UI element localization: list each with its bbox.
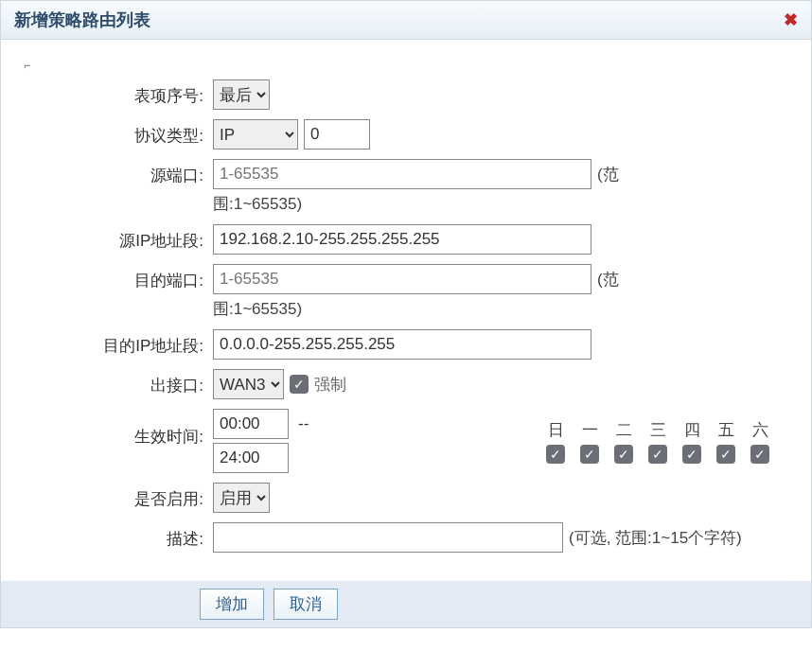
collapse-handle-icon[interactable]: ⌐: [24, 59, 788, 72]
day-check-fri[interactable]: ✓: [716, 445, 735, 464]
time-end-input[interactable]: [213, 443, 289, 473]
force-label: 强制: [314, 374, 346, 396]
day-check-sun[interactable]: ✓: [546, 445, 565, 464]
description-hint: (可选, 范围:1~15个字符): [569, 527, 742, 549]
label-out-interface: 出接口:: [24, 369, 213, 396]
day-label-mon: 一: [580, 419, 599, 441]
time-separator: --: [298, 409, 309, 433]
dialog-footer: 增加 取消: [1, 581, 811, 627]
day-check-mon[interactable]: ✓: [580, 445, 599, 464]
label-src-port: 源端口:: [24, 159, 213, 186]
protocol-number-input[interactable]: [304, 119, 370, 150]
day-check-sat[interactable]: ✓: [750, 445, 769, 464]
day-label-fri: 五: [716, 419, 735, 441]
label-enable: 是否启用:: [24, 483, 213, 510]
dst-ip-input[interactable]: [213, 329, 591, 360]
protocol-select[interactable]: IP: [213, 119, 298, 150]
day-label-sat: 六: [750, 419, 769, 441]
label-src-ip: 源IP地址段:: [24, 224, 213, 252]
dst-port-hint-open: (范: [597, 269, 619, 290]
label-protocol: 协议类型:: [24, 119, 213, 147]
dialog-header: 新增策略路由列表 ✖: [1, 1, 811, 40]
label-description: 描述:: [24, 522, 213, 550]
day-check-thu[interactable]: ✓: [682, 445, 701, 464]
label-index: 表项序号:: [24, 79, 213, 107]
dst-port-input[interactable]: [213, 264, 591, 294]
time-start-input[interactable]: [213, 409, 289, 439]
day-check-wed[interactable]: ✓: [648, 445, 667, 464]
src-port-hint: 围:1~65535): [213, 193, 302, 215]
src-port-hint-open: (范: [597, 164, 619, 185]
day-label-thu: 四: [682, 419, 701, 441]
label-dst-ip: 目的IP地址段:: [24, 329, 213, 357]
policy-route-dialog: 新增策略路由列表 ✖ ⌐ 表项序号: 最后 协议类型: IP 源端口:: [0, 0, 812, 628]
day-label-tue: 二: [614, 419, 633, 441]
src-port-input[interactable]: [213, 159, 591, 189]
dialog-body: ⌐ 表项序号: 最后 协议类型: IP 源端口:: [1, 40, 811, 581]
out-interface-select[interactable]: WAN3: [213, 369, 284, 399]
dst-port-hint: 围:1~65535): [213, 298, 302, 320]
day-label-wed: 三: [648, 419, 667, 441]
cancel-button[interactable]: 取消: [274, 589, 338, 620]
day-selector: 日 一 二 三 四 五 六 ✓ ✓ ✓ ✓ ✓ ✓: [546, 419, 769, 464]
label-effective-time: 生效时间:: [24, 409, 213, 448]
day-check-tue[interactable]: ✓: [614, 445, 633, 464]
index-select[interactable]: 最后: [213, 79, 270, 110]
close-icon[interactable]: ✖: [784, 11, 798, 28]
add-button[interactable]: 增加: [200, 589, 264, 620]
force-checkbox[interactable]: ✓: [290, 375, 309, 394]
dialog-title: 新增策略路由列表: [14, 9, 150, 31]
day-label-sun: 日: [546, 419, 565, 441]
description-input[interactable]: [213, 522, 563, 553]
src-ip-input[interactable]: [213, 224, 591, 255]
enable-select[interactable]: 启用: [213, 483, 270, 513]
label-dst-port: 目的端口:: [24, 264, 213, 291]
